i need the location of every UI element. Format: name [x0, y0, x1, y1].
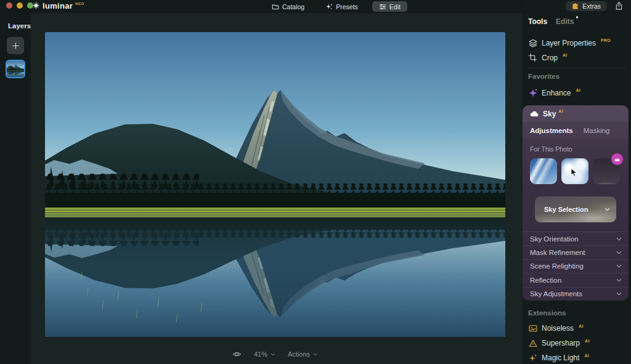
chevron-down-icon — [616, 292, 622, 296]
add-layer-button[interactable] — [7, 37, 24, 54]
sky-presets-row — [530, 158, 621, 184]
tab-presets-label: Presets — [336, 3, 358, 10]
layer-thumbnail-image — [7, 61, 24, 77]
tab-catalog[interactable]: Catalog — [265, 1, 311, 12]
cloud-icon — [530, 110, 539, 117]
ai-badge: AI — [585, 339, 590, 343]
for-this-photo-label: For This Photo — [530, 145, 621, 153]
noiseless-label: Noiseless — [542, 324, 574, 333]
magic-light-label: Magic Light — [542, 354, 579, 362]
divider — [528, 68, 625, 68]
ai-badge: AI — [558, 109, 563, 113]
statusbar: 41% Actions — [45, 350, 505, 358]
sky-selection-label: Sky Selection — [544, 206, 588, 213]
sky-subsections: Sky Orientation Mask Refinement Scene Re… — [523, 232, 629, 301]
close-button[interactable] — [6, 2, 12, 9]
sky-preset-thumbnail-2[interactable] — [561, 158, 588, 184]
mode-tabs: Catalog Presets Edit — [265, 1, 407, 12]
chevron-down-icon — [616, 237, 622, 241]
chevron-down-icon — [271, 353, 275, 356]
ai-badge: AI — [584, 354, 589, 358]
magic-light-item[interactable]: Magic Light AI — [523, 351, 631, 364]
layers-panel-title: Layers — [8, 22, 31, 30]
tab-edits[interactable]: Edits — [556, 17, 574, 26]
plus-icon — [12, 42, 20, 50]
catalog-icon — [272, 3, 279, 10]
enhance-sparkle-icon — [528, 89, 537, 97]
edits-notification-dot — [576, 16, 579, 18]
ai-badge: AI — [576, 88, 580, 92]
app-badge: neo — [75, 2, 84, 6]
sky-label: Sky — [543, 110, 556, 118]
luminar-logo-icon — [32, 1, 40, 10]
photo-scene — [45, 32, 505, 337]
sky-orientation-row[interactable]: Sky Orientation — [523, 232, 629, 245]
tools-panel: Tools Edits Layer Properties PRO — [523, 0, 631, 364]
sky-adjustments-row[interactable]: Sky Adjustments — [523, 287, 629, 301]
preview-toggle-button[interactable] — [232, 350, 242, 358]
premium-badge — [611, 153, 623, 165]
sky-section: Sky AI Adjustments Masking For This Phot… — [523, 105, 629, 301]
photo-image — [45, 32, 505, 337]
layer-thumbnail[interactable] — [6, 60, 25, 78]
app-logo: luminar neo — [32, 1, 84, 11]
chevron-down-icon — [313, 353, 318, 356]
mouse-cursor-icon — [571, 168, 577, 180]
actions-label: Actions — [288, 350, 310, 358]
sky-preset-thumbnail-1[interactable] — [530, 158, 557, 184]
share-icon — [615, 1, 623, 10]
chevron-down-icon — [616, 278, 622, 282]
layer-properties-item[interactable]: Layer Properties PRO — [523, 36, 631, 50]
tab-tools[interactable]: Tools — [528, 17, 547, 26]
scene-relighting-label: Scene Relighting — [530, 262, 584, 270]
actions-menu-button[interactable]: Actions — [288, 350, 318, 358]
crop-label: Crop — [542, 54, 558, 62]
tab-masking[interactable]: Masking — [584, 127, 610, 134]
ai-badge: AI — [563, 53, 568, 57]
photo-canvas[interactable] — [45, 32, 505, 337]
panel-tabs: Tools Edits — [523, 17, 631, 28]
app-name: luminar — [43, 1, 73, 11]
mask-refinement-row[interactable]: Mask Refinement — [523, 245, 629, 259]
eye-icon — [232, 350, 242, 358]
reflection-row[interactable]: Reflection — [523, 273, 629, 286]
reflection-label: Reflection — [530, 277, 561, 284]
ai-badge: AI — [579, 324, 584, 328]
share-button[interactable] — [615, 1, 623, 13]
tab-catalog-label: Catalog — [282, 3, 304, 10]
supersharp-icon — [528, 339, 537, 347]
tab-presets[interactable]: Presets — [319, 1, 365, 12]
favorites-header: Favorites — [523, 73, 631, 83]
sky-adjustments-label: Sky Adjustments — [530, 290, 582, 297]
sky-section-header[interactable]: Sky AI — [523, 105, 629, 122]
presets-icon — [325, 3, 333, 10]
tab-edits-label: Edits — [556, 17, 574, 26]
zoom-level-control[interactable]: 41% — [254, 350, 275, 358]
supersharp-item[interactable]: Supersharp AI — [523, 336, 631, 350]
sky-preset-thumbnail-3[interactable] — [593, 158, 620, 184]
sky-selection-dropdown[interactable]: Sky Selection — [535, 196, 616, 222]
tab-adjustments[interactable]: Adjustments — [530, 127, 573, 134]
extras-label: Extras — [582, 2, 601, 10]
magic-light-icon — [528, 354, 537, 362]
mask-refinement-label: Mask Refinement — [530, 249, 585, 256]
chevron-down-icon — [616, 264, 622, 268]
supersharp-label: Supersharp — [542, 339, 580, 347]
enhance-item[interactable]: Enhance AI — [523, 86, 631, 100]
tab-edit-label: Edit — [389, 3, 401, 10]
crop-item[interactable]: Crop AI — [523, 51, 631, 65]
sky-tabs: Adjustments Masking — [523, 122, 629, 139]
crop-icon — [528, 54, 537, 62]
minimize-button[interactable] — [17, 2, 23, 9]
chevron-down-icon — [616, 251, 622, 254]
extensions-header: Extensions — [523, 309, 631, 319]
chevron-down-icon — [605, 208, 610, 211]
extras-button[interactable]: Extras — [566, 1, 607, 11]
puzzle-icon — [572, 2, 579, 10]
tab-edit[interactable]: Edit — [372, 1, 407, 12]
zoom-level-value: 41% — [254, 350, 267, 358]
noiseless-item[interactable]: Noiseless AI — [523, 322, 631, 336]
scene-relighting-row[interactable]: Scene Relighting — [523, 259, 629, 273]
pro-badge: PRO — [601, 38, 611, 42]
layer-properties-label: Layer Properties — [542, 39, 596, 47]
